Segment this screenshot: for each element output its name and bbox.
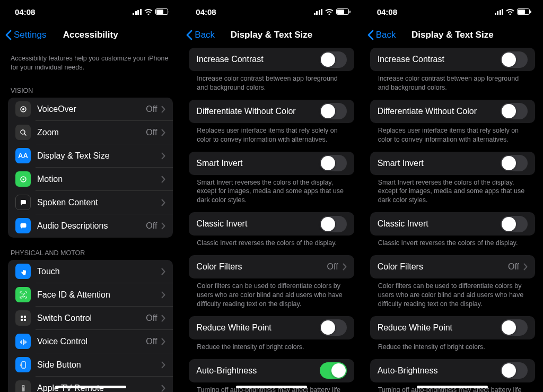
row-classic-invert: Classic Invert	[189, 212, 354, 236]
status-time: 04:08	[196, 7, 216, 16]
faceid-icon	[15, 287, 31, 302]
toggle-increase-contrast[interactable]	[320, 51, 347, 68]
wifi-icon	[506, 8, 514, 15]
scroll-content[interactable]: Increase Contrast Increase color contras…	[362, 47, 543, 392]
section-header-physical: PHYSICAL AND MOTOR	[0, 238, 181, 260]
row-value: Off	[146, 128, 157, 137]
row-auto-brightness: Auto-Brightness	[370, 359, 535, 382]
row-switch-control[interactable]: Switch Control Off	[8, 307, 173, 330]
nav-title: Display & Text Size	[231, 30, 313, 40]
display-text-icon: AA	[15, 148, 31, 163]
status-bar: 04:08	[362, 0, 543, 23]
footnote: Classic Invert reverses the colors of th…	[181, 236, 362, 255]
svg-rect-9	[21, 316, 23, 318]
toggle-label: Differentiate Without Color	[378, 107, 501, 116]
group-classic-invert: Classic Invert	[189, 212, 354, 236]
group-physical: Touch Face ID & Attention Switch Control…	[8, 260, 173, 392]
apple-tv-remote-icon	[15, 380, 31, 392]
footnote: Replaces user interface items that rely …	[181, 123, 362, 152]
group-increase-contrast: Increase Contrast	[370, 48, 535, 71]
chevron-left-icon	[5, 30, 12, 40]
home-indicator[interactable]	[236, 386, 307, 388]
toggle-label: Auto-Brightness	[196, 366, 319, 376]
svg-rect-12	[24, 319, 26, 321]
back-button[interactable]: Settings	[5, 30, 46, 40]
helper-text: Accessibility features help you customiz…	[0, 47, 181, 75]
back-label: Back	[195, 30, 215, 40]
zoom-icon	[15, 125, 31, 140]
scroll-content[interactable]: Accessibility features help you customiz…	[0, 47, 181, 392]
svg-rect-5	[21, 200, 26, 204]
toggle-label: Classic Invert	[378, 219, 501, 229]
battery-icon	[517, 8, 531, 15]
chevron-right-icon	[161, 199, 165, 206]
row-spoken-content[interactable]: Spoken Content	[8, 191, 173, 214]
row-label: VoiceOver	[37, 104, 146, 114]
row-value: Off	[508, 262, 519, 272]
row-label: Touch	[37, 267, 161, 276]
toggle-diff-without-color[interactable]	[501, 103, 528, 119]
footnote: Replaces user interface items that rely …	[362, 123, 543, 152]
row-motion[interactable]: Motion	[8, 168, 173, 191]
status-bar: 04:08	[0, 0, 181, 23]
row-color-filters[interactable]: Color Filters Off	[370, 255, 535, 278]
group-increase-contrast: Increase Contrast	[189, 48, 354, 71]
row-value: Off	[146, 337, 157, 346]
row-zoom[interactable]: Zoom Off	[8, 121, 173, 144]
row-diff-without-color: Differentiate Without Color	[370, 100, 535, 123]
row-label: Side Button	[37, 360, 161, 370]
svg-point-15	[22, 386, 24, 387]
chevron-right-icon	[161, 129, 165, 136]
wifi-icon	[325, 8, 334, 15]
group-reduce-white-point: Reduce White Point	[189, 316, 354, 339]
back-button[interactable]: Back	[367, 30, 396, 40]
row-increase-contrast: Increase Contrast	[370, 48, 535, 71]
home-indicator[interactable]	[55, 386, 126, 388]
row-label: Display & Text Size	[37, 151, 161, 161]
home-indicator[interactable]	[417, 386, 488, 388]
group-smart-invert: Smart Invert	[370, 152, 535, 175]
cellular-signal-icon	[133, 9, 142, 15]
toggle-smart-invert[interactable]	[320, 155, 347, 171]
back-button[interactable]: Back	[186, 30, 215, 40]
row-reduce-white-point: Reduce White Point	[370, 316, 535, 339]
nav-title: Display & Text Size	[411, 30, 494, 40]
row-display-text-size[interactable]: AA Display & Text Size	[8, 144, 173, 168]
screen-display-text-size-a: 04:08 Back Display & Text Size Increase …	[181, 0, 362, 392]
footnote: Color filters can be used to differentia…	[362, 278, 543, 316]
toggle-auto-brightness[interactable]	[320, 362, 347, 379]
footnote: Smart Invert reverses the colors of the …	[181, 175, 362, 213]
scroll-content[interactable]: Increase Contrast Increase color contras…	[181, 47, 362, 392]
svg-rect-13	[22, 362, 25, 368]
toggle-label: Increase Contrast	[196, 55, 319, 64]
row-color-filters[interactable]: Color Filters Off	[189, 255, 354, 278]
row-audio-descriptions[interactable]: Audio Descriptions Off	[8, 214, 173, 238]
row-voiceover[interactable]: VoiceOver Off	[8, 98, 173, 121]
nav-title: Accessibility	[63, 30, 118, 40]
cellular-signal-icon	[495, 9, 504, 15]
toggle-reduce-white-point[interactable]	[501, 319, 528, 336]
row-value: Off	[146, 313, 157, 323]
toggle-diff-without-color[interactable]	[320, 103, 347, 119]
footnote: Increase color contrast between app fore…	[181, 71, 362, 100]
toggle-reduce-white-point[interactable]	[320, 319, 347, 336]
row-apple-tv-remote[interactable]: Apple TV Remote	[8, 377, 173, 392]
row-touch[interactable]: Touch	[8, 260, 173, 283]
toggle-classic-invert[interactable]	[501, 216, 528, 232]
row-side-button[interactable]: Side Button	[8, 353, 173, 377]
back-label: Back	[376, 30, 396, 40]
chevron-right-icon	[161, 222, 165, 230]
footnote: Classic Invert reverses the colors of th…	[362, 236, 543, 255]
toggle-smart-invert[interactable]	[501, 155, 528, 171]
toggle-classic-invert[interactable]	[320, 216, 347, 232]
toggle-increase-contrast[interactable]	[501, 51, 528, 68]
group-diff-without-color: Differentiate Without Color	[370, 100, 535, 123]
group-reduce-white-point: Reduce White Point	[370, 316, 535, 339]
battery-icon	[155, 8, 170, 15]
toggle-auto-brightness[interactable]	[501, 362, 528, 379]
row-voice-control[interactable]: Voice Control Off	[8, 330, 173, 353]
row-value: Off	[146, 221, 157, 231]
row-faceid[interactable]: Face ID & Attention	[8, 283, 173, 307]
group-smart-invert: Smart Invert	[189, 152, 354, 175]
row-label: Face ID & Attention	[37, 290, 161, 300]
